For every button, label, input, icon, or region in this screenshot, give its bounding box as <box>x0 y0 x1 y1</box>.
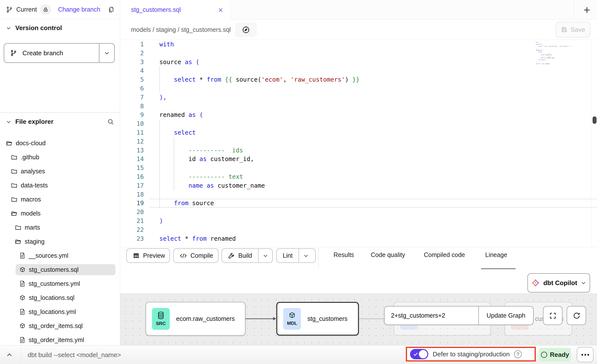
code-line[interactable]: 9renamed as ( <box>120 110 597 119</box>
code-line[interactable]: 23select * from renamed <box>120 234 597 243</box>
tree-item[interactable]: stg_customers.yml <box>0 277 120 291</box>
refresh-button[interactable] <box>567 306 586 325</box>
code-line[interactable]: 5 select * from {{ source('ecom', 'raw_c… <box>120 75 597 84</box>
file-explorer-header[interactable]: File explorer <box>6 118 114 126</box>
code-line[interactable]: 12 <box>120 137 597 146</box>
code-token: 'raw_customers' <box>559 46 568 47</box>
command-input[interactable]: dbt build --select <model_name> <box>28 346 121 364</box>
code-token: ---------- ids <box>188 147 243 154</box>
search-icon[interactable] <box>107 118 114 126</box>
lineage-selector-input[interactable]: 2+stg_customers+2 <box>385 307 479 325</box>
create-branch-main[interactable]: Create branch <box>4 44 99 62</box>
compile-button[interactable]: Compile <box>173 248 219 263</box>
line-number: 13 <box>120 146 147 155</box>
chevron-down-icon <box>6 25 11 31</box>
build-dropdown[interactable] <box>258 249 272 262</box>
tabbar-separator <box>574 0 574 19</box>
folder-icon <box>11 154 18 161</box>
code-token: }} <box>570 46 571 47</box>
breadcrumb-row: models / staging / stg_customers.sql Sav… <box>120 20 597 40</box>
code-line[interactable]: 10 <box>120 119 597 128</box>
change-branch-link[interactable]: Change branch <box>58 6 100 13</box>
create-branch-button[interactable]: Create branch <box>4 43 115 63</box>
tree-item[interactable]: stg_order_items.sql <box>0 319 120 333</box>
tree-item[interactable]: data-tests <box>0 178 120 192</box>
scrollbar-thumb[interactable] <box>593 116 597 124</box>
tree-item[interactable]: docs-cloud <box>0 136 120 150</box>
code-line[interactable]: 18 <box>120 190 597 199</box>
code-token <box>196 111 200 118</box>
lint-main[interactable]: Lint <box>277 249 298 262</box>
code-line[interactable]: 16 ---------- text <box>120 172 597 181</box>
help-icon[interactable]: ? <box>514 350 522 358</box>
code-line[interactable]: 17 name as customer_name <box>120 181 597 190</box>
code-token: 'raw_customers' <box>290 76 345 83</box>
lineage-node-stg-customers[interactable]: MDL stg_customers <box>276 302 359 336</box>
code-text: select * from {{ source('ecom', 'raw_cus… <box>149 75 597 84</box>
lineage-panel[interactable]: SRC ecom.raw_customers MDL stg_customers… <box>120 293 597 345</box>
tree-item[interactable]: models <box>0 206 120 220</box>
code-line[interactable]: 11 select <box>120 128 597 137</box>
minimap[interactable]: withsource as ( select * from {{ source(… <box>536 42 589 64</box>
code-line[interactable]: 21) <box>120 217 597 225</box>
close-icon[interactable]: × <box>218 6 223 14</box>
fullscreen-button[interactable] <box>543 306 562 325</box>
code-token: ) <box>345 76 352 83</box>
build-main[interactable]: Build <box>222 249 258 262</box>
tab-lineage[interactable]: Lineage <box>485 251 507 258</box>
tab-stg-customers-sql[interactable]: stg_customers.sql × <box>120 0 231 20</box>
code-text <box>149 208 597 217</box>
tab-code-quality[interactable]: Code quality <box>371 251 405 258</box>
defer-toggle[interactable] <box>410 349 428 359</box>
code-line[interactable]: 13 ---------- ids <box>120 146 597 155</box>
version-control-section-header[interactable]: Version control <box>6 24 62 32</box>
code-line[interactable]: 2 <box>120 49 597 58</box>
code-line[interactable]: 7), <box>120 93 597 102</box>
code-line[interactable]: 14 id as customer_id, <box>120 155 597 164</box>
tree-item[interactable]: macros <box>0 192 120 206</box>
copilot-compass-icon[interactable] <box>235 22 257 37</box>
code-line[interactable]: 19 from source <box>120 199 597 208</box>
tree-item[interactable]: .github <box>0 150 120 164</box>
code-token <box>159 76 174 83</box>
tree-item[interactable]: stg_order_items.yml <box>0 333 120 347</box>
code-text: ) <box>149 217 597 225</box>
tree-item[interactable]: marts <box>0 220 120 235</box>
tab-results[interactable]: Results <box>334 251 354 258</box>
lint-dropdown[interactable] <box>298 249 313 262</box>
tree-item[interactable]: staging <box>0 235 120 249</box>
copy-icon[interactable] <box>108 6 115 13</box>
code-line[interactable]: 3source as ( <box>120 58 597 67</box>
lint-button[interactable]: Lint <box>276 248 316 263</box>
code-line[interactable]: 6 <box>120 84 597 93</box>
build-button[interactable]: Build <box>222 248 273 263</box>
code-line[interactable]: 4 <box>120 66 597 75</box>
tree-item[interactable]: stg_locations.yml <box>0 305 120 319</box>
tree-item-label: stg_customers.sql <box>29 266 78 273</box>
preview-button[interactable]: Preview <box>126 248 170 263</box>
code-token: name <box>541 57 543 58</box>
main-area: stg_customers.sql × + models / staging /… <box>120 0 597 345</box>
code-line[interactable]: 22 <box>120 225 597 234</box>
tab-compiled-code[interactable]: Compiled code <box>424 251 465 258</box>
tree-item[interactable]: __sources.yml <box>0 249 120 263</box>
tree-item[interactable]: stg_customers.sql <box>0 263 120 277</box>
new-tab-button[interactable]: + <box>577 0 597 19</box>
code-line[interactable]: 15 <box>120 164 597 172</box>
node-label: stg_customers <box>307 315 348 322</box>
save-button[interactable]: Save <box>556 22 590 37</box>
tree-item[interactable]: analyses <box>0 164 120 178</box>
code-text <box>149 137 597 146</box>
code-line[interactable]: 1with <box>120 40 597 49</box>
chevron-up-icon[interactable] <box>5 351 13 359</box>
code-editor[interactable]: 1with23source as (45 select * from {{ so… <box>120 40 597 247</box>
create-branch-dropdown[interactable] <box>99 44 114 62</box>
tree-item[interactable]: stg_locations.sql <box>0 291 120 305</box>
more-options-button[interactable] <box>577 347 594 362</box>
tree-item-label: stg_locations.sql <box>29 294 75 301</box>
update-graph-button[interactable]: Update Graph <box>479 307 533 325</box>
dbt-copilot-button[interactable]: dbt Copilot <box>527 273 590 292</box>
code-line[interactable]: 8 <box>120 102 597 111</box>
lineage-node-source[interactable]: SRC ecom.raw_customers <box>146 302 245 336</box>
code-line[interactable]: 20 <box>120 208 597 217</box>
